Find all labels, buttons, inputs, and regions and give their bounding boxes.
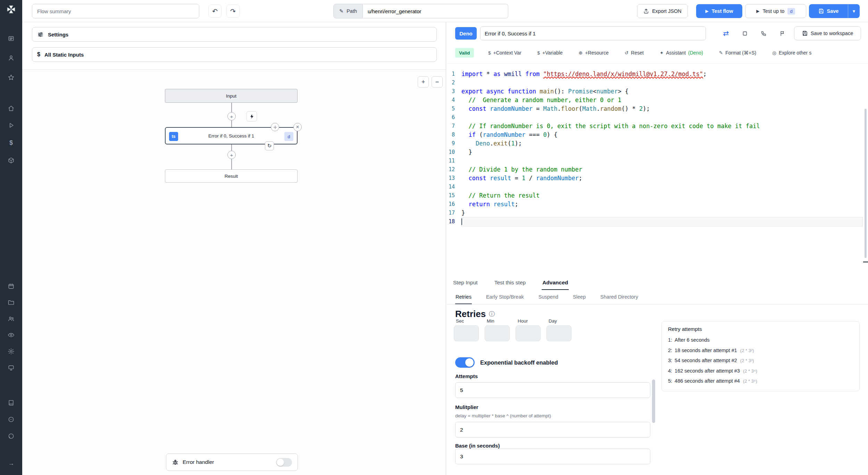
windmill-logo[interactable] — [7, 5, 16, 14]
connector-line — [231, 159, 232, 169]
code-line: // Divide 1 by the random number — [461, 165, 862, 174]
toolbar-context-var-button[interactable]: $+Context Var — [488, 50, 521, 56]
error-handler-toggle[interactable] — [276, 458, 292, 467]
settings-bar-label: Settings — [48, 32, 68, 38]
path-tag: ✎ Path — [333, 4, 363, 18]
restart-step-button[interactable]: ↻ — [265, 141, 274, 150]
delete-step-button[interactable]: × — [293, 123, 302, 131]
test-up-to-button[interactable]: ▶ Test up to d — [745, 4, 806, 18]
line-number: 18 — [446, 217, 457, 226]
multiplier-description: delay = multiplier * base ^ (number of a… — [455, 413, 551, 418]
flow-summary-input[interactable] — [32, 4, 199, 18]
error-handler-bar[interactable]: Error handler — [166, 453, 298, 471]
backoff-switch-row: Exponential backoff enabled — [455, 357, 558, 368]
toolbar-assistant-button[interactable]: ✦Assistant(Deno) — [660, 50, 703, 56]
test-flow-button[interactable]: ▶ Test flow — [696, 4, 742, 18]
cron-input-sec[interactable] — [454, 325, 479, 341]
tab-step-input[interactable]: Step Input — [452, 276, 478, 290]
cron-label-hour: Hour — [518, 318, 541, 324]
play-icon: ▶ — [756, 9, 759, 14]
sidebar-icon-folders[interactable] — [7, 298, 16, 307]
add-step-button-top[interactable]: + — [227, 112, 236, 120]
trigger-bolt-button[interactable] — [247, 111, 257, 122]
code-line: Deno.exit(1); — [461, 139, 862, 148]
save-dropdown-button[interactable]: ▾ — [848, 4, 860, 18]
flow-settings-bar[interactable]: Settings — [32, 27, 437, 42]
diff-toggle-icon[interactable]: ⇄ — [720, 27, 732, 40]
flow-node-result[interactable]: Result — [165, 169, 298, 183]
sidebar-icon-audit-logs[interactable] — [7, 331, 16, 340]
retries-scrollbar[interactable] — [652, 380, 655, 423]
save-icon — [802, 31, 808, 36]
tab-test-this-step[interactable]: Test this step — [494, 276, 526, 290]
flow-node-input[interactable]: Input — [165, 89, 298, 103]
cron-input-min[interactable] — [485, 325, 510, 341]
phone-icon[interactable] — [757, 27, 770, 40]
save-label: Save — [827, 8, 839, 14]
toolbar-format-s-button[interactable]: ✎Format (⌘+S) — [719, 50, 756, 56]
move-step-icon[interactable] — [271, 123, 279, 131]
sidebar-icon-user[interactable] — [7, 53, 16, 62]
static-inputs-bar-label: All Static Inputs — [44, 52, 84, 58]
toolbar-variable-button[interactable]: $+Variable — [537, 50, 563, 56]
step-name-input[interactable] — [480, 26, 706, 40]
base-input[interactable] — [455, 449, 650, 464]
cron-input-hour[interactable] — [516, 325, 541, 341]
subtab-suspend[interactable]: Suspend — [538, 290, 559, 304]
tab-advanced[interactable]: Advanced — [542, 276, 569, 290]
add-step-button-bottom[interactable]: + — [227, 151, 236, 159]
sidebar-expand-icon[interactable]: → — [7, 459, 16, 468]
flow-static-inputs-bar[interactable]: $ All Static Inputs — [32, 47, 437, 62]
flag-icon[interactable] — [776, 27, 788, 40]
flow-canvas[interactable]: + − Input + ts Error if 0, Success if 1 … — [22, 69, 446, 475]
zoom-out-button[interactable]: − — [432, 76, 443, 88]
sidebar-icon-favorites[interactable] — [7, 73, 16, 82]
info-icon[interactable]: ⓘ — [489, 310, 495, 318]
cron-input-day[interactable] — [546, 325, 571, 341]
toolbar-resource-button[interactable]: ⊕+Resource — [579, 50, 609, 56]
fullscreen-icon[interactable] — [738, 27, 751, 40]
sidebar-icon-scripts[interactable] — [7, 121, 16, 130]
sidebar-icon-settings[interactable] — [7, 347, 16, 356]
code-line: // Return the result — [461, 191, 862, 200]
undo-button[interactable]: ↶ — [208, 5, 222, 18]
path-input[interactable] — [363, 4, 508, 18]
editor-toolbar-items: $+Context Var$+Variable⊕+Resource↺Reset✦… — [488, 47, 868, 59]
toolbar-label: Assistant — [666, 50, 686, 56]
editor-gutter: 123456789101112131415161718 — [446, 70, 457, 226]
code-line: if (randomNumber === 0) { — [461, 131, 862, 139]
redo-button[interactable]: ↷ — [226, 5, 240, 18]
exponential-backoff-toggle[interactable] — [455, 357, 475, 368]
toolbar-reset-button[interactable]: ↺Reset — [625, 50, 644, 56]
sidebar-icon-runs[interactable] — [7, 34, 16, 43]
sidebar-icon-home[interactable] — [7, 104, 16, 113]
path-group: ✎ Path — [333, 4, 508, 18]
sidebar-icon-workers[interactable] — [7, 363, 16, 372]
code-line: // Generate a random number, either 0 or… — [461, 96, 862, 105]
code-editor[interactable]: 123456789101112131415161718 import * as … — [446, 63, 868, 276]
code-line: return result; — [461, 200, 862, 209]
sidebar-icon-schedules[interactable] — [7, 282, 16, 291]
export-json-button[interactable]: Export JSON — [637, 4, 688, 18]
subtab-sleep[interactable]: Sleep — [573, 290, 586, 304]
sidebar-icon-docs[interactable] — [7, 398, 16, 407]
sidebar-icon-groups[interactable] — [7, 314, 16, 323]
sidebar-icon-github[interactable] — [7, 432, 16, 441]
toggle-knob — [465, 358, 474, 367]
save-button[interactable]: Save — [809, 4, 848, 18]
line-number: 2 — [446, 78, 457, 87]
subtab-early-stop-break[interactable]: Early Stop/Break — [486, 290, 524, 304]
sidebar-icon-resources[interactable] — [7, 156, 16, 165]
subtab-retries[interactable]: Retries — [455, 290, 472, 304]
save-to-workspace-button[interactable]: Save to workspace — [794, 26, 861, 40]
multiplier-input[interactable] — [455, 422, 650, 438]
sidebar-icon-variables[interactable]: $ — [7, 138, 16, 147]
editor-scrollbar[interactable] — [865, 109, 867, 258]
context-var-icon: $ — [488, 50, 491, 56]
chevron-down-icon: ▾ — [853, 8, 855, 14]
zoom-in-button[interactable]: + — [418, 76, 429, 88]
subtab-shared-directory[interactable]: Shared Directory — [600, 290, 639, 304]
toolbar-explore-other-s-button[interactable]: ◎Explore other s — [772, 50, 811, 56]
sidebar-icon-discord[interactable] — [7, 415, 16, 424]
attempts-input[interactable] — [455, 382, 650, 398]
